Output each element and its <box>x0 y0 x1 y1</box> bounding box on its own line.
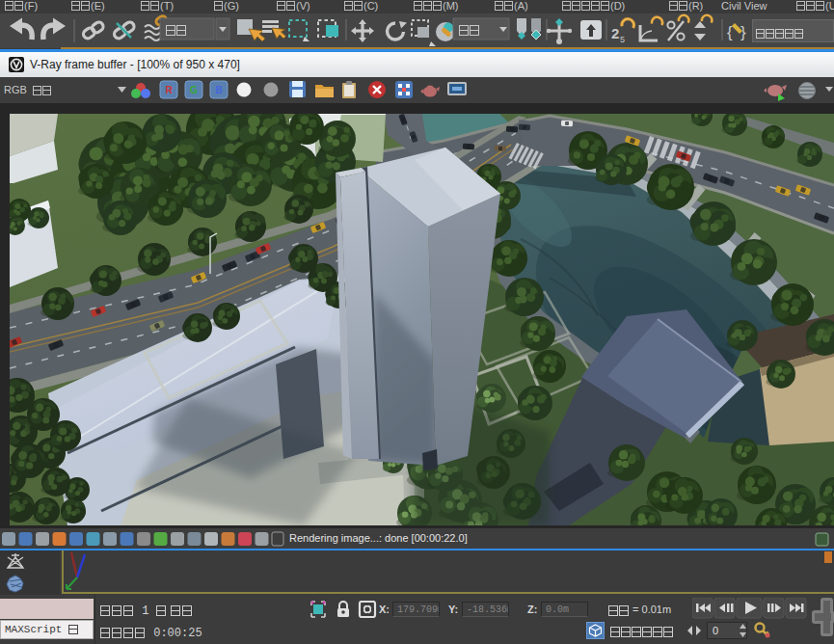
svg-text:2: 2 <box>611 25 619 41</box>
svg-text:B: B <box>215 85 222 95</box>
svg-text:R: R <box>165 85 173 95</box>
svg-text:5: 5 <box>620 35 625 44</box>
svg-text:G: G <box>190 85 198 95</box>
svg-text:}: } <box>740 23 746 41</box>
svg-text:{: { <box>727 23 733 41</box>
